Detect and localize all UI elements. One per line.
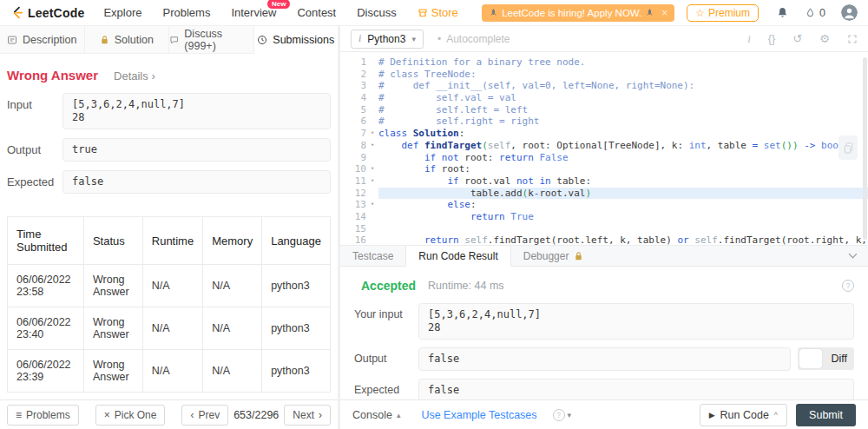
avatar[interactable] <box>841 4 858 21</box>
next-label: Next <box>293 409 314 421</box>
expected-value[interactable]: false <box>62 170 331 194</box>
fold-arrow-icon[interactable]: ▾ <box>366 175 378 188</box>
details-label: Details <box>114 69 148 82</box>
code-line[interactable]: 13▾ else: <box>340 199 868 211</box>
diff-toggle[interactable]: Diff <box>798 347 854 370</box>
column-header: Status <box>83 217 142 265</box>
clock-icon <box>257 35 267 45</box>
pick-one-button[interactable]: × Pick One <box>95 405 166 426</box>
fullscreen-icon[interactable] <box>847 34 858 44</box>
fold-spacer <box>366 223 378 235</box>
next-button[interactable]: Next › <box>284 405 331 426</box>
problems-button[interactable]: ≡ Problems <box>7 405 79 426</box>
code-line[interactable]: 8▾ def findTarget(self, root: Optional[T… <box>340 140 868 152</box>
leetcode-logo[interactable]: LeetCode <box>10 5 84 20</box>
code-editor[interactable]: 1# Definition for a binary tree node.2# … <box>340 52 868 245</box>
tab-description[interactable]: Description <box>0 26 85 53</box>
code-line[interactable]: 14 return True <box>340 211 868 223</box>
leetcode-logo-icon <box>10 5 23 20</box>
your-input-value[interactable]: [5,3,6,2,4,null,7] 28 <box>418 303 854 340</box>
code-line[interactable]: 3# def __init__(self, val=0, left=None, … <box>340 80 868 92</box>
fold-arrow-icon[interactable]: ▾ <box>366 199 378 211</box>
code-line[interactable]: 11▾ if root.val not in table: <box>340 175 868 188</box>
code-line[interactable]: 5# self.left = left <box>340 104 868 116</box>
code-line[interactable]: 6# self.right = right <box>340 116 868 128</box>
nav-item-discuss[interactable]: Discuss <box>357 6 397 19</box>
code-line[interactable]: 9 if not root: return False <box>340 152 868 164</box>
code-line[interactable]: 16 return self.findTarget(root.left, k, … <box>340 234 868 245</box>
daily-streak[interactable]: 0 <box>805 6 825 19</box>
line-number: 8 <box>340 140 366 152</box>
store-icon <box>418 8 428 18</box>
tab-solution[interactable]: Solution <box>85 26 170 53</box>
settings-gear-icon[interactable]: ⚙ <box>819 33 830 44</box>
braces-icon[interactable]: {} <box>768 33 776 44</box>
tab-discuss[interactable]: Discuss (999+) <box>169 26 254 53</box>
caret-up-icon: ▴ <box>397 411 401 419</box>
code-lines: 1# Definition for a binary tree node.2# … <box>340 56 868 245</box>
help-menu[interactable]: ? ▾ <box>553 409 572 421</box>
fold-spacer <box>366 104 378 116</box>
code-line[interactable]: 4# self.val = val <box>340 92 868 104</box>
fold-arrow-icon[interactable]: ▾ <box>366 140 378 152</box>
autocomplete-label: Autocomplete <box>446 33 510 45</box>
info-icon[interactable]: i <box>747 33 751 44</box>
nav-item-store[interactable]: Store <box>418 6 458 19</box>
output-value[interactable]: true <box>62 138 331 162</box>
premium-button[interactable]: ☆ Premium <box>687 4 759 22</box>
details-link[interactable]: Details › <box>114 69 155 82</box>
right-footer: Console ▴ Use Example Testcases ? ▾ ▶ Ru… <box>340 399 868 429</box>
fold-arrow-icon[interactable]: ▾ <box>366 163 378 175</box>
code-line[interactable]: 7▾class Solution: <box>340 128 868 140</box>
console-toggle[interactable]: Console ▴ <box>352 409 400 421</box>
column-header: Language <box>262 217 331 265</box>
copy-code-button[interactable] <box>838 135 858 160</box>
prev-label: Prev <box>198 409 220 421</box>
code-line[interactable]: 2# class TreeNode: <box>340 69 868 81</box>
fold-arrow-icon[interactable]: ▾ <box>366 128 378 140</box>
fold-spacer <box>366 188 378 200</box>
code-text: # self.left = left <box>378 104 868 116</box>
hiring-banner-text: LeetCode is hiring! Apply NOW. <box>502 8 641 18</box>
tab-testcase[interactable]: Testcase <box>340 246 405 266</box>
nav-item-explore[interactable]: Explore <box>103 6 141 19</box>
new-badge: New <box>267 0 290 9</box>
collapse-panel-icon[interactable] <box>848 246 858 266</box>
reset-icon[interactable]: ↺ <box>792 33 802 44</box>
language-select[interactable]: i Python3 ▾ <box>351 30 424 49</box>
code-line[interactable]: 15 <box>340 223 868 235</box>
nav-item-interview[interactable]: Interview New <box>231 6 276 19</box>
description-icon <box>7 35 17 45</box>
use-example-testcases-link[interactable]: Use Example Testcases <box>421 409 536 421</box>
prev-button[interactable]: ‹ Prev <box>181 405 228 426</box>
table-row[interactable]: 06/06/2022 23:58Wrong AnswerN/AN/Apython… <box>8 265 331 307</box>
input-value[interactable]: [5,3,6,2,4,null,7] 28 <box>62 93 331 129</box>
bell-icon[interactable] <box>776 6 789 19</box>
table-row[interactable]: 06/06/2022 23:39Wrong AnswerN/AN/Apython… <box>8 350 331 393</box>
star-icon: ☆ <box>695 7 705 19</box>
hiring-banner[interactable]: LeetCode is hiring! Apply NOW. × <box>482 4 674 22</box>
tab-debugger[interactable]: Debugger <box>511 246 596 266</box>
help-icon[interactable]: ? <box>842 280 854 292</box>
code-line[interactable]: 1# Definition for a binary tree node. <box>340 56 868 69</box>
run-output-value[interactable]: false <box>418 347 791 371</box>
code-line-active[interactable]: 12 table.add(k-root.val) <box>340 188 868 200</box>
table-cell: 06/06/2022 23:39 <box>8 350 84 393</box>
editor-scrollbar[interactable] <box>863 57 867 240</box>
run-code-label: Run Code <box>720 409 769 421</box>
code-line[interactable]: 10▾ if root: <box>340 163 868 175</box>
tab-run-code-result[interactable]: Run Code Result <box>405 246 510 267</box>
table-row[interactable]: 06/06/2022 23:40Wrong AnswerN/AN/Apython… <box>8 307 331 350</box>
run-expected-value[interactable]: false <box>418 379 854 399</box>
nav-item-problems[interactable]: Problems <box>162 6 210 19</box>
submit-button[interactable]: Submit <box>796 404 856 426</box>
nav-item-contest[interactable]: Contest <box>297 6 336 19</box>
status-cell: Wrong Answer <box>83 350 142 393</box>
fold-spacer <box>366 69 378 81</box>
autocomplete-toggle[interactable]: • Autocomplete <box>437 33 510 45</box>
table-cell: python3 <box>262 350 331 393</box>
run-code-button[interactable]: ▶ Run Code ^ <box>700 404 787 426</box>
banner-close-icon[interactable]: × <box>661 7 667 19</box>
tab-submissions[interactable]: Submissions <box>254 26 339 54</box>
code-text: # self.right = right <box>378 116 868 128</box>
